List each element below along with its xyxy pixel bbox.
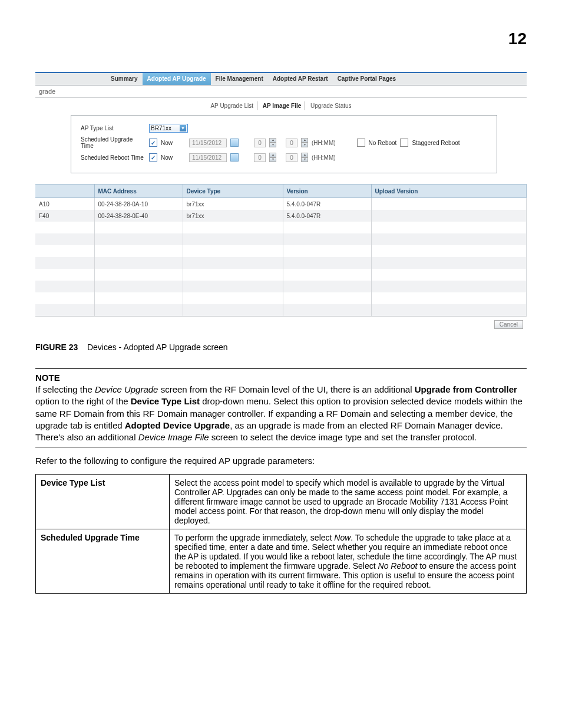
tab-file-management[interactable]: File Management	[211, 73, 268, 85]
note-body: If selecting the Device Upgrade screen f…	[35, 384, 527, 443]
reboot-hour-input[interactable]: 0	[254, 153, 266, 162]
upgrade-date-input[interactable]: 11/15/2012	[189, 139, 227, 147]
tab-captive-portal-pages[interactable]: Captive Portal Pages	[333, 73, 401, 85]
def-row: Device Type List Select the access point…	[36, 475, 527, 529]
staggered-reboot-checkbox[interactable]	[400, 139, 408, 147]
ap-type-list-label: AP Type List	[81, 125, 146, 131]
upgrade-hour-input[interactable]: 0	[254, 139, 266, 147]
table-cell	[35, 281, 94, 292]
subtab-ap-upgrade-list[interactable]: AP Upgrade List	[207, 101, 257, 110]
tab-adopted-ap-upgrade[interactable]: Adopted AP Upgrade	[143, 73, 211, 85]
now-upgrade-checkbox[interactable]: ✓	[149, 139, 157, 147]
table-cell	[371, 245, 527, 257]
table-cell	[183, 233, 283, 245]
figure-text: Devices - Adopted AP Upgrade screen	[87, 342, 228, 352]
table-cell	[371, 222, 527, 233]
def-desc-device-type-list: Select the access point model to specify…	[170, 475, 527, 529]
col-device-type[interactable]: Device Type	[183, 185, 283, 198]
table-cell	[35, 292, 94, 304]
hour-spinner-2[interactable]: ▴▾	[269, 153, 276, 162]
table-row	[35, 233, 527, 245]
table-cell: br71xx	[183, 198, 283, 210]
reboot-date-input[interactable]: 11/15/2012	[189, 153, 227, 162]
min-spinner[interactable]: ▴▾	[301, 138, 308, 147]
col-version[interactable]: Version	[283, 185, 371, 198]
table-cell	[183, 269, 283, 281]
config-panel: AP Type List BR71xx ▼ Scheduled Upgrade …	[71, 115, 497, 173]
device-table: MAC Address Device Type Version Upload V…	[35, 184, 527, 316]
reboot-min-input[interactable]: 0	[286, 153, 297, 162]
upgrade-min-input[interactable]: 0	[286, 139, 297, 147]
table-cell: 5.4.0.0-047R	[283, 210, 371, 222]
hhmm-label-2: (HH:MM)	[312, 154, 336, 161]
table-cell	[283, 292, 371, 304]
subtab-ap-image-file[interactable]: AP Image File	[259, 101, 305, 110]
figure-caption: FIGURE 23 Devices - Adopted AP Upgrade s…	[35, 342, 527, 352]
table-row	[35, 257, 527, 269]
table-cell	[371, 269, 527, 281]
table-cell	[35, 233, 94, 245]
table-row	[35, 292, 527, 304]
subtab-upgrade-status[interactable]: Upgrade Status	[307, 101, 355, 110]
table-cell	[94, 222, 183, 233]
table-cell: 5.4.0.0-047R	[283, 198, 371, 210]
cancel-button[interactable]: Cancel	[494, 320, 523, 329]
table-cell	[183, 257, 283, 269]
now-reboot-checkbox[interactable]: ✓	[149, 153, 157, 162]
definitions-table: Device Type List Select the access point…	[35, 474, 527, 594]
no-reboot-checkbox[interactable]	[357, 139, 365, 147]
table-cell	[283, 281, 371, 292]
table-cell	[283, 257, 371, 269]
def-term-scheduled-upgrade: Scheduled Upgrade Time	[36, 529, 170, 594]
table-cell	[94, 245, 183, 257]
min-spinner-2[interactable]: ▴▾	[301, 153, 308, 162]
chevron-down-icon: ▼	[180, 125, 186, 131]
note-heading: NOTE	[35, 373, 527, 383]
screenshot-panel: Summary Adopted AP Upgrade File Manageme…	[35, 72, 527, 331]
tab-summary[interactable]: Summary	[106, 73, 143, 85]
tab-bar: Summary Adopted AP Upgrade File Manageme…	[35, 73, 527, 85]
calendar-icon[interactable]	[230, 139, 239, 147]
table-cell	[94, 269, 183, 281]
table-cell	[283, 233, 371, 245]
table-cell	[94, 292, 183, 304]
table-cell: 00-24-38-28-0A-10	[94, 198, 183, 210]
staggered-reboot-label: Staggered Reboot	[412, 140, 459, 146]
table-cell	[371, 257, 527, 269]
table-cell	[371, 210, 527, 222]
calendar-icon-2[interactable]	[230, 153, 239, 162]
def-row: Scheduled Upgrade Time To perform the up…	[36, 529, 527, 594]
table-cell	[183, 304, 283, 316]
table-cell	[283, 304, 371, 316]
table-cell	[94, 257, 183, 269]
table-cell	[283, 245, 371, 257]
figure-label: FIGURE 23	[35, 342, 78, 352]
table-cell	[183, 281, 283, 292]
table-cell	[371, 292, 527, 304]
col-upload-version[interactable]: Upload Version	[371, 185, 527, 198]
table-cell	[183, 292, 283, 304]
table-row[interactable]: A1000-24-38-28-0A-10br71xx5.4.0.0-047R	[35, 198, 527, 210]
ap-type-list-select[interactable]: BR71xx ▼	[149, 124, 188, 133]
divider-2	[35, 447, 527, 447]
table-row[interactable]: F4000-24-38-28-0E-40br71xx5.4.0.0-047R	[35, 210, 527, 222]
table-cell	[94, 304, 183, 316]
table-footer: Cancel	[35, 316, 527, 331]
hhmm-label-1: (HH:MM)	[312, 140, 336, 146]
hour-spinner[interactable]: ▴▾	[269, 138, 276, 147]
table-cell	[183, 222, 283, 233]
tab-adopted-ap-restart[interactable]: Adopted AP Restart	[268, 73, 333, 85]
table-row	[35, 222, 527, 233]
divider	[35, 368, 527, 369]
col-mac[interactable]: MAC Address	[94, 185, 183, 198]
table-cell	[371, 233, 527, 245]
col-blank[interactable]	[35, 185, 94, 198]
table-cell	[35, 257, 94, 269]
def-desc-scheduled-upgrade: To perform the upgrade immediately, sele…	[170, 529, 527, 594]
subtab-bar: AP Upgrade List AP Image File Upgrade St…	[35, 98, 527, 115]
now-label-1: Now	[161, 140, 173, 146]
ap-type-value: BR71xx	[151, 125, 171, 131]
table-row	[35, 245, 527, 257]
table-cell: 00-24-38-28-0E-40	[94, 210, 183, 222]
table-header-row: MAC Address Device Type Version Upload V…	[35, 185, 527, 198]
